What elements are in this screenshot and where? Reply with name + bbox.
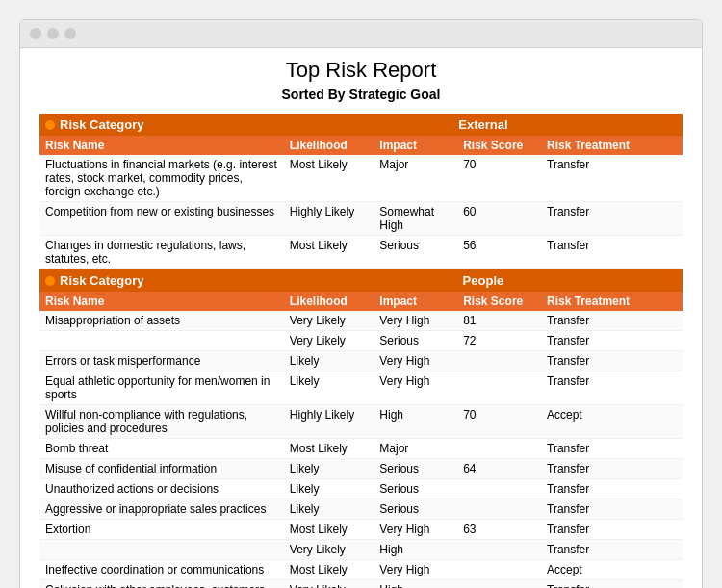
col-header-risk-name: Risk Name: [39, 136, 284, 155]
impact: Serious: [374, 499, 457, 520]
impact: Very High: [374, 371, 457, 405]
app-window: Top Risk Report Sorted By Strategic Goal…: [19, 19, 703, 588]
risk-name: Unauthorized actions or decisions: [39, 479, 284, 499]
table-row: Unauthorized actions or decisionsLikelyS…: [39, 479, 683, 499]
likelihood: Highly Likely: [284, 405, 374, 439]
risk-score: [457, 540, 541, 560]
likelihood: Likely: [284, 459, 374, 479]
col-header-risk-score: Risk Score: [457, 292, 541, 311]
page-title: Top Risk Report: [39, 58, 683, 83]
impact: Very High: [374, 311, 457, 331]
risk-treatment: Transfer: [541, 459, 683, 479]
col-header-risk-score: Risk Score: [457, 136, 541, 155]
table-row: ExtortionMost LikelyVery High63Transfer: [39, 520, 683, 540]
table-row: Changes in domestic regulations, laws, s…: [39, 236, 683, 269]
risk-treatment: Transfer: [541, 202, 683, 236]
risk-score: [457, 479, 541, 499]
likelihood: Most Likely: [284, 236, 374, 269]
risk-treatment: Accept: [541, 560, 683, 580]
section-name: People: [284, 269, 683, 293]
section-category-label: Risk Category: [39, 269, 284, 293]
table-row: Misuse of confidential informationLikely…: [39, 459, 683, 479]
col-header-risk-treatment: Risk Treatment: [541, 292, 683, 311]
page-subtitle: Sorted By Strategic Goal: [39, 87, 683, 102]
risk-treatment: Transfer: [541, 311, 683, 331]
risk-score: [457, 499, 541, 520]
likelihood: Very Likely: [284, 540, 374, 560]
risk-name: Changes in domestic regulations, laws, s…: [39, 236, 284, 269]
impact: Serious: [374, 479, 457, 499]
risk-treatment: Transfer: [541, 540, 683, 560]
table-row: Bomb threatMost LikelyMajorTransfer: [39, 439, 683, 459]
table-row: Willful non-compliance with regulations,…: [39, 405, 683, 439]
risk-name: Ineffective coordination or communicatio…: [39, 560, 284, 580]
risk-name: Bomb threat: [39, 439, 284, 459]
risk-name: Equal athletic opportunity for men/women…: [39, 371, 284, 405]
maximize-btn[interactable]: [64, 28, 76, 39]
impact: Very High: [374, 560, 457, 580]
impact: Major: [374, 439, 457, 459]
minimize-btn[interactable]: [47, 28, 59, 39]
risk-score: [457, 560, 541, 580]
section-category-text: Risk Category: [60, 117, 143, 132]
likelihood: Very Likely: [284, 580, 374, 589]
likelihood: Most Likely: [284, 560, 374, 580]
impact: High: [374, 405, 457, 439]
risk-treatment: Transfer: [541, 499, 683, 520]
section-category-text: Risk Category: [60, 273, 143, 288]
risk-score: 70: [457, 155, 541, 202]
impact: Very High: [374, 520, 457, 540]
risk-score: 60: [457, 202, 541, 236]
close-btn[interactable]: [30, 28, 41, 39]
impact: Somewhat High: [374, 202, 457, 236]
risk-score: 81: [457, 311, 541, 331]
col-header-impact: Impact: [374, 136, 457, 155]
risk-treatment: Transfer: [541, 439, 683, 459]
risk-treatment: Transfer: [541, 479, 683, 499]
col-header-row-people: Risk NameLikelihoodImpactRisk ScoreRisk …: [39, 292, 683, 311]
likelihood: Highly Likely: [284, 202, 374, 236]
table-row: Misappropriation of assetsVery LikelyVer…: [39, 311, 683, 331]
risk-score: 64: [457, 459, 541, 479]
risk-table: Risk Category External Risk NameLikeliho…: [39, 114, 683, 588]
likelihood: Likely: [284, 351, 374, 371]
risk-score: [457, 580, 541, 589]
risk-name: Willful non-compliance with regulations,…: [39, 405, 284, 439]
risk-treatment: Transfer: [541, 331, 683, 351]
table-row: Competition from new or existing busines…: [39, 202, 683, 236]
risk-name: Misappropriation of assets: [39, 311, 284, 331]
table-row: Aggressive or inappropriate sales practi…: [39, 499, 683, 520]
likelihood: Most Likely: [284, 439, 374, 459]
section-category-label: Risk Category: [39, 114, 284, 136]
risk-treatment: Transfer: [541, 351, 683, 371]
col-header-risk-name: Risk Name: [39, 292, 284, 311]
likelihood: Likely: [284, 371, 374, 405]
section-name: External: [284, 114, 683, 136]
risk-name: Errors or task misperformance: [39, 351, 284, 371]
impact: High: [374, 580, 457, 589]
impact: Major: [374, 155, 457, 202]
impact: Very High: [374, 351, 457, 371]
risk-treatment: Accept: [541, 405, 683, 439]
likelihood: Very Likely: [284, 311, 374, 331]
section-icon: [45, 276, 55, 286]
likelihood: Most Likely: [284, 155, 374, 202]
likelihood: Very Likely: [284, 331, 374, 351]
likelihood: Likely: [284, 499, 374, 520]
risk-name: [39, 331, 284, 351]
col-header-likelihood: Likelihood: [284, 292, 374, 311]
risk-name: Fluctuations in financial markets (e.g. …: [39, 155, 284, 202]
col-header-impact: Impact: [374, 292, 457, 311]
risk-name: Extortion: [39, 520, 284, 540]
risk-name: [39, 540, 284, 560]
table-row: Very LikelyHighTransfer: [39, 540, 683, 560]
section-header-external: Risk Category External: [39, 114, 683, 136]
table-row: Fluctuations in financial markets (e.g. …: [39, 155, 683, 202]
table-row: Errors or task misperformanceLikelyVery …: [39, 351, 683, 371]
impact: Serious: [374, 236, 457, 269]
main-content: Top Risk Report Sorted By Strategic Goal…: [20, 48, 702, 588]
risk-score: [457, 351, 541, 371]
impact: Serious: [374, 459, 457, 479]
risk-treatment: Transfer: [541, 155, 683, 202]
col-header-risk-treatment: Risk Treatment: [541, 136, 683, 155]
